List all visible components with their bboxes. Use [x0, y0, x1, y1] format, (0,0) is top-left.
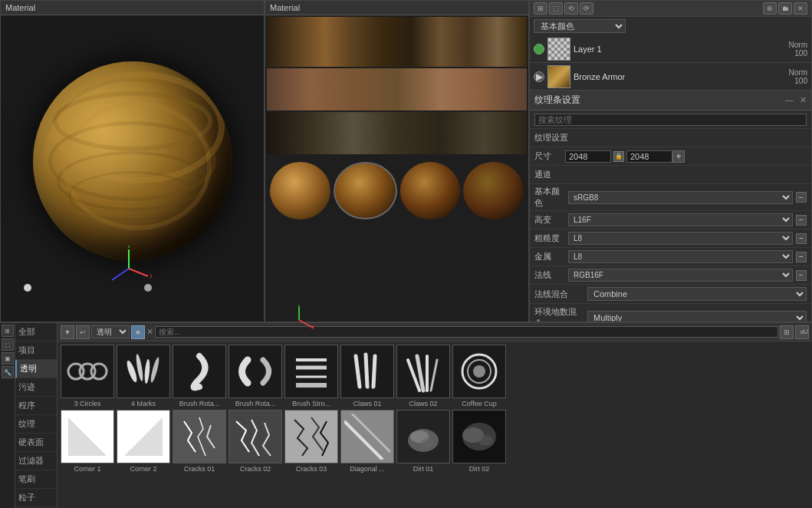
channel-roughness: 粗糙度 L8 −	[530, 229, 811, 248]
ts-minimize-btn[interactable]: —	[785, 95, 794, 105]
brush-rot2[interactable]: Brush Rota...	[228, 345, 282, 407]
opacity-dropdown[interactable]: 透明	[91, 325, 130, 338]
texture-search-input[interactable]	[534, 114, 807, 126]
toolbar-icon-1[interactable]: ⊞	[534, 2, 547, 15]
channel-select-1[interactable]: L16F	[568, 213, 793, 226]
brush-mode-btn[interactable]: ■	[131, 325, 145, 339]
brush-label-cracks1: Cracks 01	[184, 465, 215, 473]
brush-stro[interactable]: Brush Stro...	[284, 345, 338, 407]
cat-transparent[interactable]: 透明	[15, 360, 57, 378]
layer-eye-2[interactable]: ▶	[534, 71, 544, 82]
brush-cracks2[interactable]: Cracks 02	[228, 410, 282, 473]
brush-scroll-area[interactable]: 3 Circles 4 Marks	[58, 341, 812, 508]
brush-rot1[interactable]: Brush Rota...	[173, 345, 226, 407]
texture-circle-2[interactable]	[334, 162, 397, 219]
grid-view-btn[interactable]: ⊞	[780, 325, 794, 339]
brush-undo-btn[interactable]: ↩	[76, 325, 90, 339]
brush-corner1[interactable]: Corner 1	[61, 410, 114, 473]
texture-settings-panel: 纹理条设置 — ✕ 纹理设置 尺寸 🔒 +	[530, 91, 811, 322]
size-input-2[interactable]	[626, 150, 672, 163]
channel-select-4[interactable]: RGB16F	[568, 269, 793, 282]
texture-circle-1[interactable]	[270, 162, 330, 219]
layer-item-2[interactable]: ▶ Bronze Armor Norm 100	[530, 63, 811, 91]
cat-brush[interactable]: 笔刷	[15, 470, 57, 489]
toolbar-icon-7[interactable]: ✕	[794, 2, 807, 15]
svg-point-16	[150, 357, 161, 383]
sidebar-btn-1[interactable]: ⊞	[2, 325, 14, 337]
material-viewport: Material X Y	[0, 0, 265, 322]
cat-hard[interactable]: 硬表面	[15, 434, 57, 452]
cat-dirt[interactable]: 污迹	[15, 378, 57, 397]
cat-proc[interactable]: 程序	[15, 397, 57, 415]
brush-thumb-diagonal	[340, 410, 394, 463]
cat-texture[interactable]: 纹理	[15, 415, 57, 434]
channel-select-0[interactable]: sRGB8	[568, 191, 793, 204]
cat-project[interactable]: 项目	[15, 341, 57, 360]
brush-thumb-rot2	[228, 345, 282, 398]
cat-particle[interactable]: 粒子	[15, 489, 57, 507]
cat-all[interactable]: 全部	[15, 323, 57, 341]
svg-line-4	[112, 269, 129, 280]
brush-label-rot1: Brush Rota...	[179, 400, 220, 407]
toolbar-icon-6[interactable]: 🖿	[778, 2, 792, 15]
brush-thumb-4marks	[117, 345, 170, 398]
svg-point-28	[421, 438, 433, 447]
blend-select[interactable]: Combine	[587, 287, 807, 301]
channel-select-2[interactable]: L8	[568, 232, 793, 245]
lock-icon[interactable]: 🔒	[613, 151, 624, 162]
layer-eye-1[interactable]	[534, 44, 544, 54]
brush-filter-btn[interactable]: ▼	[61, 325, 74, 339]
brush-diagonal[interactable]: Diagonal ...	[340, 410, 394, 473]
blend-row: 法线混合 Combine	[530, 285, 811, 304]
brush-corner2[interactable]: Corner 2	[117, 410, 170, 473]
ts-close-btn[interactable]: ✕	[800, 95, 807, 105]
size-plus-btn[interactable]: +	[672, 150, 685, 163]
layer-item-1[interactable]: Layer 1 Norm 100	[530, 35, 811, 63]
layer-name-2: Bronze Armor	[574, 72, 786, 81]
brush-area: ▼ ↩ 透明 ■ ✕ ⊞ ≡ 3 Circles	[58, 323, 812, 508]
layer-thumb-1	[547, 38, 570, 61]
light-indicator[interactable]	[24, 284, 31, 292]
brush-dirt1[interactable]: Dirt 01	[396, 410, 450, 473]
brush-thumb-3circles	[61, 345, 114, 398]
sidebar-btn-2[interactable]: ⬚	[2, 338, 14, 351]
channel-select-3[interactable]: L8	[568, 250, 793, 263]
base-color-dropdown[interactable]: 基本颜色	[534, 19, 626, 33]
sidebar-btn-4[interactable]: 🔧	[2, 366, 14, 378]
cat-filter[interactable]: 过滤器	[15, 452, 57, 470]
svg-text:X: X	[311, 325, 314, 330]
brush-close-btn[interactable]: ✕	[146, 327, 153, 337]
brush-claws2[interactable]: Claws 02	[396, 345, 450, 407]
texture-circle-3[interactable]	[400, 162, 461, 219]
brush-cracks3[interactable]: Cracks 03	[284, 410, 338, 473]
brush-coffeecup[interactable]: Coffee Cup	[452, 345, 506, 407]
toolbar-icon-2[interactable]: ⬚	[549, 2, 563, 15]
channel-minus-4[interactable]: −	[796, 270, 807, 281]
channel-minus-3[interactable]: −	[796, 252, 807, 262]
toolbar-icon-3[interactable]: ⟲	[564, 2, 578, 15]
svg-point-31	[478, 435, 493, 446]
channel-minus-2[interactable]: −	[796, 233, 807, 244]
brush-label-rot2: Brush Rota...	[235, 400, 276, 407]
brush-cracks1[interactable]: Cracks 01	[173, 410, 226, 473]
channel-base-color: 基本颜色 sRGB8 −	[530, 184, 811, 211]
brush-thumb-claws2	[396, 345, 450, 398]
sidebar-btn-3[interactable]: ▣	[2, 352, 14, 365]
brush-thumb-dirt2	[452, 410, 506, 463]
brush-dirt2[interactable]: Dirt 02	[452, 410, 506, 473]
channel-minus-1[interactable]: −	[796, 215, 807, 226]
channel-minus-0[interactable]: −	[796, 192, 807, 203]
brush-label-coffeecup: Coffee Cup	[462, 400, 496, 407]
size-input-1[interactable]	[565, 150, 611, 163]
brush-4marks[interactable]: 4 Marks	[117, 345, 170, 407]
toolbar-icon-4[interactable]: ⟳	[580, 2, 593, 15]
toolbar-icon-5[interactable]: ⊕	[763, 2, 777, 15]
brush-search-input[interactable]	[155, 326, 778, 338]
env-blend-select[interactable]: Multiply	[587, 311, 807, 322]
brush-row-2: Corner 1 Corner 2	[61, 410, 809, 473]
brush-thumb-stro	[284, 345, 338, 398]
brush-claws1[interactable]: Claws 01	[340, 345, 394, 407]
brush-3circles[interactable]: 3 Circles	[61, 345, 114, 407]
texture-circle-4[interactable]	[463, 162, 524, 219]
brush-label-corner2: Corner 2	[130, 465, 156, 473]
